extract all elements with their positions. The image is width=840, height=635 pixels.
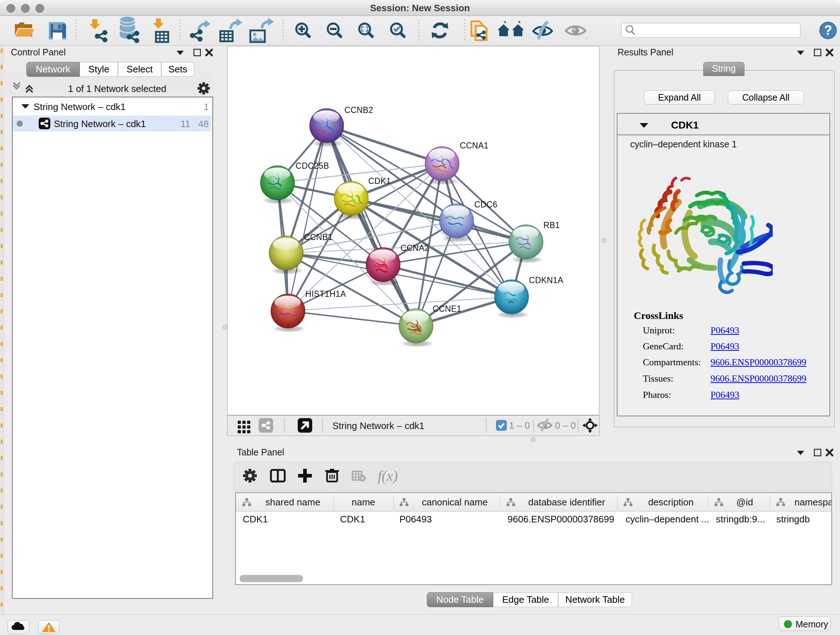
svg-text:1 of 1 Network selected: 1 of 1 Network selected xyxy=(68,83,166,94)
svg-text:CDC6: CDC6 xyxy=(474,200,497,209)
svg-text:CCNB2: CCNB2 xyxy=(344,105,373,115)
svg-text:CDK1: CDK1 xyxy=(368,176,391,186)
svg-text:CCNA2: CCNA2 xyxy=(401,243,429,253)
svg-text:String Network – cdk1: String Network – cdk1 xyxy=(332,420,424,431)
svg-text:f(x): f(x) xyxy=(378,468,398,484)
svg-text:1 – 0: 1 – 0 xyxy=(509,420,530,431)
svg-text:0 – 0: 0 – 0 xyxy=(555,420,576,431)
svg-text:CDC25B: CDC25B xyxy=(295,161,329,171)
svg-text:HIST1H1A: HIST1H1A xyxy=(305,289,346,299)
svg-text:RB1: RB1 xyxy=(543,220,560,230)
svg-text:?: ? xyxy=(824,23,832,38)
svg-text:CCNE1: CCNE1 xyxy=(433,304,461,314)
svg-text:CCNA1: CCNA1 xyxy=(460,141,488,150)
svg-text:CDKN1A: CDKN1A xyxy=(529,276,563,285)
svg-text:CCNB1: CCNB1 xyxy=(304,233,332,242)
